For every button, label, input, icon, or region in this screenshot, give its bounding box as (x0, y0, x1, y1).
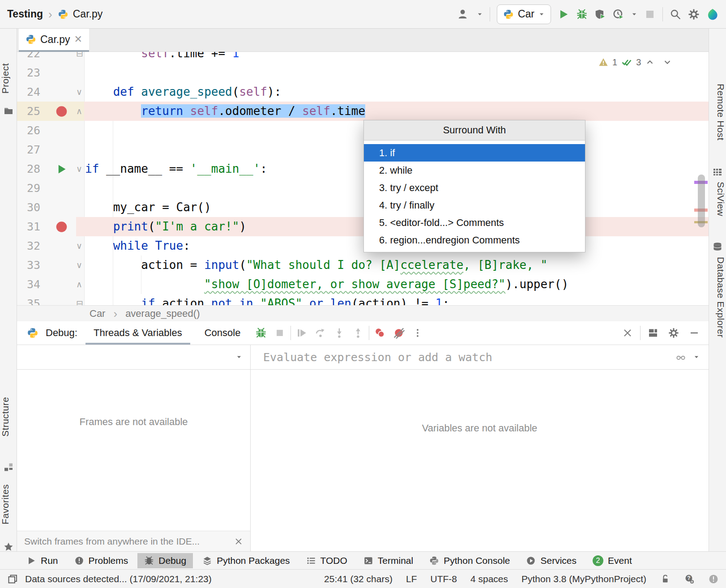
fold-marker-icon[interactable]: ⊟ (76, 52, 83, 63)
debug-settings-icon[interactable] (668, 328, 679, 338)
editor-tab-carpy[interactable]: Car.py ✕ (19, 29, 89, 52)
status-widget[interactable]: UTF-8 (430, 574, 457, 584)
watch-dropdown-chevron-icon[interactable] (693, 354, 700, 360)
popup-item[interactable]: 6. region...endregion Comments (364, 231, 585, 249)
breakpoint-icon[interactable] (56, 105, 68, 117)
breadcrumb-file[interactable]: Car.py (73, 8, 102, 20)
sciview-icon[interactable] (712, 166, 723, 177)
code-editor[interactable]: 22⊟ self.time += 12324∨ def average_spee… (17, 52, 709, 305)
code-line[interactable]: 26 (17, 121, 709, 140)
code-line[interactable]: 31 print("I'm a car!") (17, 217, 709, 236)
fold-marker-icon[interactable]: ∧ (76, 275, 82, 294)
search-everywhere-button[interactable] (670, 9, 681, 20)
popup-item[interactable]: 5. <editor-fold...> Comments (364, 214, 585, 231)
sidebar-item-sciview[interactable]: SciView (709, 182, 726, 216)
profiler-dropdown-chevron-icon[interactable] (631, 11, 637, 17)
breadcrumb-project[interactable]: Testing (7, 8, 43, 20)
status-widget[interactable]: 25:41 (32 chars) (324, 574, 393, 584)
prev-problem-icon[interactable] (645, 57, 655, 67)
tool-window-todo[interactable]: TODO (299, 553, 354, 568)
sidebar-item-structure[interactable]: Structure (0, 397, 17, 437)
status-widget[interactable]: LF (406, 574, 417, 584)
editor-scrollbar[interactable] (698, 175, 705, 227)
favorites-icon[interactable] (3, 541, 14, 552)
banner-text: Switch frames from anywhere in the IDE..… (24, 536, 229, 547)
code-line[interactable]: 24∨ def average_speed(self): (17, 82, 709, 102)
tool-window-debug[interactable]: Debug (137, 553, 193, 568)
rerun-debug-icon[interactable] (255, 327, 267, 339)
status-widget[interactable]: Python 3.8 (MyPythonProject) (521, 574, 646, 584)
status-widget[interactable]: 4 spaces (470, 574, 508, 584)
notify-icon[interactable] (708, 574, 719, 584)
toolbox-icon[interactable] (706, 8, 719, 21)
help-icon[interactable]: ? (684, 574, 695, 584)
status-message[interactable]: Data sources detected... (17/09/2021, 21… (25, 574, 212, 584)
tool-window-event[interactable]: 2Event (586, 553, 639, 568)
fold-marker-icon[interactable]: ∨ (76, 236, 82, 256)
fold-marker-icon[interactable]: ∨ (76, 256, 82, 275)
sidebar-item-project[interactable]: Project (0, 63, 17, 94)
fold-marker-icon[interactable]: ∨ (76, 159, 82, 179)
code-line[interactable]: 34∧ "show [O]dometer, or show average [S… (17, 275, 709, 294)
code-line[interactable]: 28∨if __name__ == '__main__': (17, 159, 709, 179)
popup-item[interactable]: 1. if (364, 144, 585, 162)
banner-close-icon[interactable] (234, 537, 243, 546)
run-button[interactable] (558, 9, 569, 20)
debug-button[interactable] (576, 9, 588, 20)
fold-marker-icon[interactable]: ⊟ (76, 294, 83, 305)
sidebar-item-database-explorer[interactable]: Database Explorer (709, 257, 726, 338)
user-icon[interactable] (457, 8, 470, 21)
code-line[interactable]: 30 my_car = Car() (17, 198, 709, 217)
tab-close-icon[interactable]: ✕ (74, 34, 82, 44)
run-coverage-button[interactable] (594, 9, 606, 20)
close-icon[interactable] (622, 328, 633, 338)
user-dropdown-chevron-icon[interactable] (477, 11, 483, 17)
tab-console[interactable]: Console (195, 321, 251, 345)
evaluate-expression-input[interactable]: Evaluate expression or add a watch (251, 345, 709, 369)
next-problem-icon[interactable] (662, 57, 672, 67)
popup-item[interactable]: 4. try / finally (364, 196, 585, 214)
structure-icon[interactable] (3, 462, 14, 473)
settings-button[interactable] (688, 9, 700, 20)
fold-marker-icon[interactable]: ∨ (76, 82, 82, 102)
tool-window-problems[interactable]: Problems (68, 553, 135, 568)
run-configuration-select[interactable]: Car (497, 4, 551, 24)
tool-window-label: Problems (89, 555, 128, 566)
view-breakpoints-icon[interactable] (374, 327, 386, 339)
unlock-icon[interactable] (660, 574, 670, 584)
breakpoint-icon[interactable] (56, 221, 68, 233)
popup-item[interactable]: 2. while (364, 162, 585, 179)
fold-marker-icon[interactable]: ∧ (76, 102, 82, 121)
code-line[interactable]: 35⊟ if action not in "ABOS" or len(actio… (17, 294, 709, 305)
more-actions-icon[interactable] (413, 328, 423, 338)
tool-window-services[interactable]: Services (519, 553, 583, 568)
tool-window-python-console[interactable]: Python Console (423, 553, 517, 568)
tool-window-run[interactable]: Run (20, 553, 65, 568)
profiler-button[interactable] (613, 9, 624, 20)
code-line[interactable]: 32∨ while True: (17, 236, 709, 256)
sidebar-item-remote-host[interactable]: Remote Host (709, 84, 726, 141)
frames-icon[interactable] (7, 574, 18, 584)
tool-window-terminal[interactable]: Terminal (357, 553, 420, 568)
popup-item[interactable]: 3. try / except (364, 179, 585, 196)
inspections-widget[interactable]: 1 3 (598, 57, 672, 68)
mute-breakpoints-icon[interactable] (393, 327, 405, 339)
code-line[interactable]: 29 (17, 179, 709, 198)
frames-dropdown[interactable] (17, 345, 251, 369)
glasses-icon[interactable] (675, 352, 686, 362)
database-icon[interactable] (712, 242, 723, 252)
tool-window-python-packages[interactable]: Python Packages (196, 553, 296, 568)
right-tool-strip: Remote HostSciViewDatabase Explorer (709, 29, 726, 551)
hide-icon[interactable] (689, 328, 700, 338)
project-icon[interactable] (3, 106, 14, 116)
code-line[interactable]: 33∨ action = input("What should I do? [A… (17, 256, 709, 275)
code-line[interactable]: 25∧ return self.odometer / self.time (17, 102, 709, 121)
code-line[interactable]: 27 (17, 140, 709, 159)
breadcrumb-method[interactable]: average_speed() (125, 308, 200, 320)
sidebar-item-favorites[interactable]: Favorites (0, 484, 17, 524)
layout-settings-icon[interactable] (648, 328, 658, 338)
toolbar-actions: Car (457, 4, 719, 24)
tab-threads-variables[interactable]: Threads & Variables (84, 321, 192, 345)
breadcrumb-class[interactable]: Car (90, 308, 105, 320)
run-line-icon[interactable] (56, 163, 68, 175)
